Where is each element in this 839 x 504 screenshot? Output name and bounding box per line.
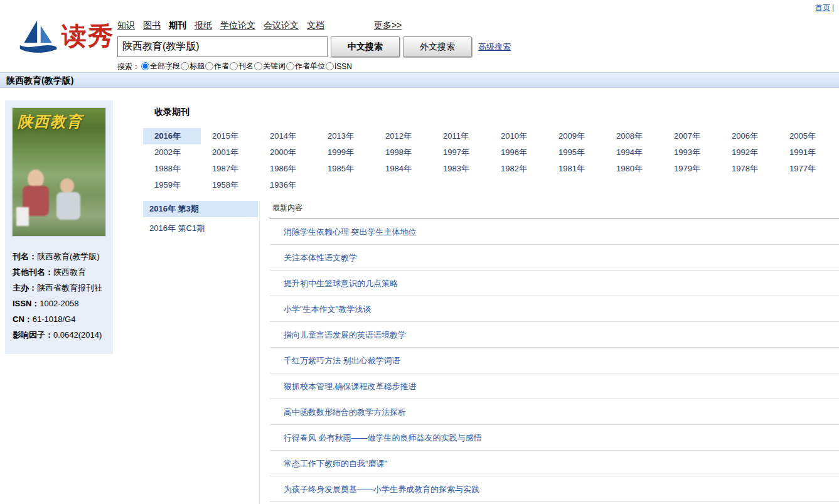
year-link[interactable]: 2011年 [432,128,489,144]
year-link[interactable]: 1987年 [201,161,259,177]
article-link[interactable]: 高中函数数形结合的教学方法探析 [270,399,839,425]
nav-item[interactable]: 期刊 [169,20,186,30]
info-value: 陕西教育(教学版) [37,252,100,261]
scope-option[interactable]: 全部字段 [141,61,181,72]
scope-radio[interactable] [141,62,149,70]
year-link[interactable]: 2005年 [778,128,836,144]
year-link[interactable]: 1981年 [547,161,605,177]
year-link[interactable]: 2000年 [259,144,316,161]
year-link[interactable]: 1996年 [489,144,547,161]
year-link[interactable]: 1936年 [259,177,316,193]
year-link[interactable]: 2010年 [489,128,547,144]
scope-radio[interactable] [254,62,262,70]
year-link[interactable]: 1991年 [778,144,836,161]
year-link[interactable]: 1978年 [720,161,778,177]
nav-item[interactable]: 文档 [307,20,324,30]
info-value: 61-1018/G4 [33,314,76,324]
year-link[interactable]: 2006年 [720,128,778,144]
year-link[interactable]: 2016年 [143,128,201,144]
scope-option-label: 作者 [214,61,229,72]
issue-link[interactable]: 2016年 第C1期 [143,220,258,237]
scope-option-label: 全部字段 [150,61,180,72]
nav-item[interactable]: 会议论文 [264,20,299,30]
year-list: 2016年2015年2014年2013年2012年2011年2010年2009年… [143,128,837,193]
year-link[interactable]: 1992年 [720,144,778,161]
scope-radio[interactable] [181,62,189,70]
article-link[interactable]: 狠抓校本管理,确保课程改革稳步推进 [270,373,839,399]
year-link[interactable]: 2009年 [547,128,605,144]
year-link[interactable]: 1993年 [663,144,720,161]
scope-option[interactable]: 标题 [181,61,205,72]
year-link[interactable]: 1999年 [316,144,374,161]
sailboat-icon [18,18,59,54]
info-label: 影响因子： [13,330,53,340]
cover-photo-person [56,192,80,220]
info-label: ISSN： [13,299,40,308]
journal-title: 陕西教育(教学版) [6,75,73,85]
article-link[interactable]: 指向儿童言语发展的英语语境教学 [270,322,839,348]
year-link[interactable]: 2012年 [374,128,432,144]
scope-radio[interactable] [326,62,334,70]
scope-label: 搜索： [117,62,140,72]
scope-radio[interactable] [230,62,238,70]
year-link[interactable]: 1984年 [374,161,432,177]
scope-option[interactable]: 关键词 [254,61,286,72]
article-link[interactable]: 关注本体性语文教学 [270,245,839,271]
scope-radio[interactable] [286,62,294,70]
archive-section-title: 收录期刊 [154,107,839,118]
home-separator: | [832,3,834,12]
year-link[interactable]: 1977年 [778,161,836,177]
journal-info-panel: 陕西教育 刊名：陕西教育(教学版)其他刊名：陕西教育主办：陕西省教育报刊社ISS… [5,100,113,354]
article-link[interactable]: 小学"生本作文"教学浅谈 [270,296,839,322]
nav-item[interactable]: 知识 [117,20,135,30]
year-link[interactable]: 2007年 [663,128,720,144]
scope-option[interactable]: 刊名 [230,61,254,72]
more-link[interactable]: 更多>> [374,20,402,30]
article-link[interactable]: 常态工作下教师的自我"磨课" [270,451,839,476]
issue-link[interactable]: 2016年 第3期 [143,201,258,217]
year-link[interactable]: 2008年 [605,128,663,144]
year-link[interactable]: 1985年 [316,161,374,177]
info-value: 陕西教育 [53,267,86,277]
year-link[interactable]: 1958年 [201,177,259,193]
year-link[interactable]: 1994年 [605,144,663,161]
year-link[interactable]: 1959年 [143,177,201,193]
scope-option[interactable]: 作者单位 [286,61,326,72]
article-link[interactable]: 为孩子终身发展奠基——小学生养成教育的探索与实践 [270,476,839,502]
article-link[interactable]: 行得春风 必有秋雨——做学生的良师益友的实践与感悟 [270,425,839,451]
advanced-search-link[interactable]: 高级搜索 [478,41,511,53]
scope-option[interactable]: 作者 [205,61,230,72]
scope-option-label: 刊名 [238,61,254,72]
scope-option[interactable]: ISSN [326,62,353,71]
year-link[interactable]: 1995年 [547,144,605,161]
year-link[interactable]: 1979年 [663,161,720,177]
year-link[interactable]: 2015年 [201,128,259,144]
article-link[interactable]: 提升初中生篮球意识的几点策略 [270,271,839,296]
year-link[interactable]: 1982年 [489,161,547,177]
nav-item[interactable]: 报纸 [195,20,212,30]
chinese-search-button[interactable]: 中文搜索 [331,36,400,57]
year-link[interactable]: 2014年 [259,128,316,144]
nav-items: 知识图书期刊报纸学位论文会议论文文档 [117,20,333,30]
year-link[interactable]: 2002年 [143,144,201,161]
duxiu-journal-page: 首页| 读秀 知识图书期刊报纸学位论文会议论文文档 更多>> 中文搜索 外文搜索… [0,0,839,72]
year-link[interactable]: 1980年 [605,161,663,177]
year-link[interactable]: 1997年 [432,144,489,161]
year-link[interactable]: 2013年 [316,128,374,144]
scope-radio[interactable] [205,62,213,70]
logo-text: 读秀 [61,19,114,53]
journal-info-row: 其他刊名：陕西教育 [13,264,105,280]
year-link[interactable]: 2001年 [201,144,259,161]
home-link[interactable]: 首页 [815,3,830,12]
duxiu-logo[interactable]: 读秀 [18,18,114,54]
article-link[interactable]: 消除学生依赖心理 突出学生主体地位 [270,219,839,245]
search-input[interactable] [117,36,328,57]
year-link[interactable]: 1988年 [143,161,201,177]
year-link[interactable]: 1998年 [374,144,432,161]
year-link[interactable]: 1986年 [259,161,316,177]
foreign-search-button[interactable]: 外文搜索 [403,36,472,57]
article-link[interactable]: 千红万紫巧方法 别出心裁学词语 [270,348,839,373]
year-link[interactable]: 1983年 [432,161,489,177]
nav-item[interactable]: 学位论文 [220,20,255,30]
nav-item[interactable]: 图书 [143,20,161,30]
